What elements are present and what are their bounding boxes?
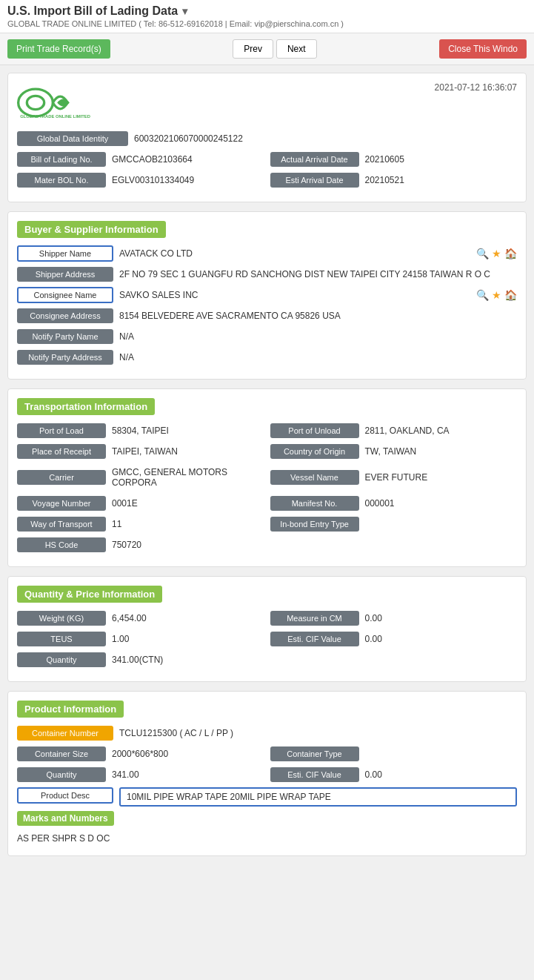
ports-row: Port of Load 58304, TAIPEI Port of Unloa… <box>17 423 517 439</box>
country-of-origin-label: Country of Origin <box>270 444 359 459</box>
page-title: U.S. Import Bill of Lading Data ▾ <box>7 4 527 18</box>
product-esti-cif-label: Esti. CIF Value <box>270 767 359 782</box>
measure-label: Measure in CM <box>270 611 359 626</box>
notify-party-address-row: Notify Party Address N/A <box>17 349 517 365</box>
port-of-load-label: Port of Load <box>17 423 106 438</box>
buyer-supplier-card: Buyer & Supplier Information Shipper Nam… <box>7 211 527 380</box>
consignee-search-icon[interactable]: 🔍 <box>476 289 489 301</box>
consignee-star-icon[interactable]: ★ <box>492 289 501 301</box>
home-icon[interactable]: 🏠 <box>504 248 517 259</box>
esti-arrival-value: 20210521 <box>359 172 518 188</box>
prev-button[interactable]: Prev <box>233 39 273 59</box>
hs-code-label: HS Code <box>17 537 106 552</box>
bol-value: GMCCAOB2103664 <box>106 151 264 168</box>
header-card: GLOBAL TRADE ONLINE LIMITED 2021-07-12 1… <box>7 73 527 202</box>
shipper-address-value: 2F NO 79 SEC 1 GUANGFU RD SANCHONG DIST … <box>113 266 517 282</box>
way-inbond-row: Way of Transport 11 In-bond Entry Type <box>17 516 517 532</box>
hs-code-value: 750720 <box>106 537 147 553</box>
way-of-transport-value: 11 <box>106 516 127 532</box>
nav-spacer: Prev Next <box>116 39 433 59</box>
master-bol-row: Mater BOL No. EGLV003101334049 Esti Arri… <box>17 172 517 188</box>
place-of-receipt-field: Place of Receipt TAIPEI, TAIWAN <box>17 443 264 460</box>
content-area: GLOBAL TRADE ONLINE LIMITED 2021-07-12 1… <box>0 65 534 873</box>
quantity-label: Quantity <box>17 652 106 667</box>
shipper-address-label: Shipper Address <box>17 267 113 282</box>
vessel-name-value: EVER FUTURE <box>359 469 434 486</box>
carrier-field: Carrier GMCC, GENERAL MOTORS CORPORA <box>17 464 264 491</box>
svg-point-1 <box>27 96 44 109</box>
consignee-name-value: SAVKO SALES INC <box>113 287 476 303</box>
toolbar: Print Trade Record(s) Prev Next Close Th… <box>0 33 534 65</box>
svg-point-0 <box>19 89 53 116</box>
close-button[interactable]: Close This Windo <box>439 39 527 59</box>
print-button[interactable]: Print Trade Record(s) <box>7 39 110 59</box>
top-bar: U.S. Import Bill of Lading Data ▾ GLOBAL… <box>0 0 534 33</box>
container-size-label: Container Size <box>17 746 106 761</box>
container-type-value <box>359 751 371 757</box>
shipper-name-label: Shipper Name <box>17 245 113 262</box>
notify-party-name-value: N/A <box>113 328 517 345</box>
search-icon[interactable]: 🔍 <box>476 248 489 259</box>
quantity-price-card: Quantity & Price Information Weight (KG)… <box>7 576 527 682</box>
card-header: GLOBAL TRADE ONLINE LIMITED 2021-07-12 1… <box>17 82 517 123</box>
bol-field: Bill of Lading No. GMCCAOB2103664 <box>17 151 264 168</box>
way-of-transport-field: Way of Transport 11 <box>17 516 264 532</box>
esti-cif-value: 0.00 <box>359 631 388 647</box>
consignee-icons: 🔍 ★ 🏠 <box>476 289 517 301</box>
company-info: GLOBAL TRADE ONLINE LIMITED ( Tel: 86-51… <box>7 19 527 28</box>
vessel-name-field: Vessel Name EVER FUTURE <box>270 469 518 486</box>
weight-field: Weight (KG) 6,454.00 <box>17 610 264 626</box>
star-icon[interactable]: ★ <box>492 248 501 259</box>
logo-area: GLOBAL TRADE ONLINE LIMITED <box>17 82 91 123</box>
notify-party-address-label: Notify Party Address <box>17 350 113 365</box>
actual-arrival-field: Actual Arrival Date 20210605 <box>270 151 518 168</box>
product-esti-cif-value: 0.00 <box>359 767 388 783</box>
marks-numbers-section: Marks and Numbers AS PER SHPR S D OC <box>17 811 517 847</box>
next-button[interactable]: Next <box>276 39 317 59</box>
shipper-name-value: AVATACK CO LTD <box>113 245 476 262</box>
buyer-supplier-title: Buyer & Supplier Information <box>17 221 166 238</box>
product-desc-label: Product Desc <box>17 787 113 804</box>
shipper-name-row: Shipper Name AVATACK CO LTD 🔍 ★ 🏠 <box>17 245 517 262</box>
weight-value: 6,454.00 <box>106 610 153 626</box>
consignee-home-icon[interactable]: 🏠 <box>504 289 517 301</box>
esti-cif-field: Esti. CIF Value 0.00 <box>270 631 518 647</box>
hs-code-row: HS Code 750720 <box>17 537 517 553</box>
place-of-receipt-value: TAIPEI, TAIWAN <box>106 443 184 460</box>
consignee-address-value: 8154 BELVEDERE AVE SACRAMENTO CA 95826 U… <box>113 308 517 324</box>
transportation-card: Transportation Information Port of Load … <box>7 388 527 567</box>
quantity-value: 341.00(CTN) <box>106 652 169 668</box>
teus-field: TEUS 1.00 <box>17 631 264 647</box>
company-logo: GLOBAL TRADE ONLINE LIMITED <box>17 82 91 123</box>
voyage-manifest-row: Voyage Number 0001E Manifest No. 000001 <box>17 495 517 511</box>
carrier-label: Carrier <box>17 470 106 485</box>
port-of-load-field: Port of Load 58304, TAIPEI <box>17 423 264 439</box>
container-number-value: TCLU1215300 ( AC / L / PP ) <box>113 725 517 741</box>
product-desc-value: 10MIL PIPE WRAP TAPE 20MIL PIPE WRAP TAP… <box>119 787 517 807</box>
product-card: Product Information Container Number TCL… <box>7 691 527 856</box>
svg-text:GLOBAL TRADE ONLINE LIMITED: GLOBAL TRADE ONLINE LIMITED <box>20 114 90 119</box>
actual-arrival-value: 20210605 <box>359 151 518 168</box>
inbond-entry-label: In-bond Entry Type <box>270 517 359 532</box>
bol-label: Bill of Lading No. <box>17 152 106 167</box>
global-data-label: Global Data Identity <box>17 131 128 146</box>
manifest-no-value: 000001 <box>359 495 401 511</box>
manifest-no-field: Manifest No. 000001 <box>270 495 518 511</box>
receipt-origin-row: Place of Receipt TAIPEI, TAIWAN Country … <box>17 443 517 460</box>
transportation-title: Transportation Information <box>17 398 155 415</box>
master-bol-value: EGLV003101334049 <box>106 172 264 188</box>
notify-party-name-label: Notify Party Name <box>17 329 113 344</box>
notify-party-name-row: Notify Party Name N/A <box>17 328 517 345</box>
voyage-number-value: 0001E <box>106 495 144 511</box>
global-data-value: 6003202106070000245122 <box>128 130 249 147</box>
marks-numbers-label: Marks and Numbers <box>17 811 114 826</box>
global-data-row: Global Data Identity 6003202106070000245… <box>17 130 517 147</box>
voyage-number-label: Voyage Number <box>17 496 106 511</box>
master-bol-field: Mater BOL No. EGLV003101334049 <box>17 172 264 188</box>
country-of-origin-field: Country of Origin TW, TAIWAN <box>270 443 518 460</box>
carrier-vessel-row: Carrier GMCC, GENERAL MOTORS CORPORA Ves… <box>17 464 517 491</box>
teus-cif-row: TEUS 1.00 Esti. CIF Value 0.00 <box>17 631 517 647</box>
shipper-address-row: Shipper Address 2F NO 79 SEC 1 GUANGFU R… <box>17 266 517 282</box>
dropdown-arrow-icon[interactable]: ▾ <box>182 5 187 17</box>
product-quantity-field: Quantity 341.00 <box>17 767 264 783</box>
